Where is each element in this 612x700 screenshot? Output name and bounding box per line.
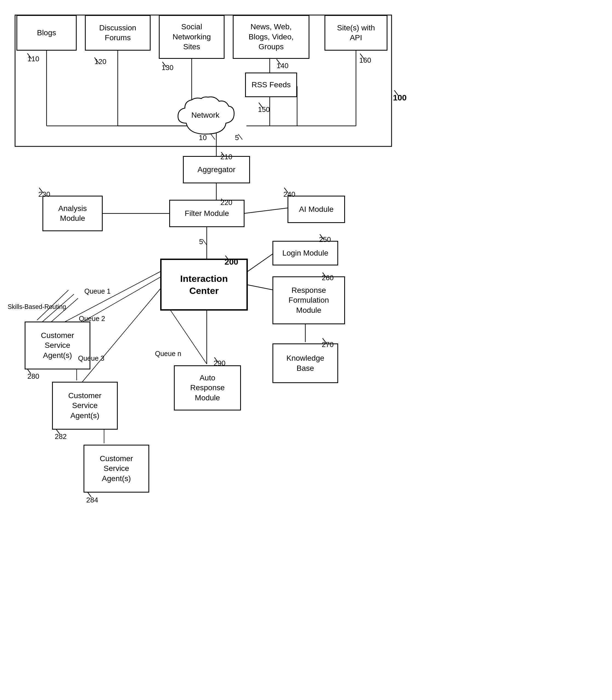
aggregator-box: Aggregator	[183, 156, 250, 183]
csa2-label: CustomerServiceAgent(s)	[68, 391, 101, 420]
label-queue3: Queue 3	[78, 354, 104, 362]
social-networking-box: SocialNetworkingSites	[159, 15, 224, 59]
svg-line-20	[247, 285, 274, 290]
label-290: 290	[213, 359, 225, 368]
network-label: Network	[191, 111, 220, 119]
csa3-label: CustomerServiceAgent(s)	[100, 454, 133, 484]
news-web-box: News, Web,Blogs, Video,Groups	[233, 15, 309, 59]
label-210: 210	[220, 153, 232, 161]
filter-module-label: Filter Module	[185, 209, 229, 218]
ai-module-label: AI Module	[299, 204, 334, 214]
label-5-network: 5	[235, 133, 239, 142]
login-module-box: Login Module	[273, 241, 338, 266]
svg-line-19	[247, 253, 274, 272]
interaction-center-label: InteractionCenter	[180, 273, 228, 297]
label-270: 270	[322, 340, 334, 349]
social-networking-label: SocialNetworkingSites	[172, 22, 211, 52]
login-module-label: Login Module	[282, 248, 328, 258]
label-140: 140	[277, 61, 288, 70]
label-240: 240	[283, 190, 295, 199]
auto-response-label: AutoResponseModule	[190, 373, 224, 403]
label-10-network: 10	[199, 133, 207, 142]
blogs-label: Blogs	[37, 28, 56, 38]
ai-module-box: AI Module	[288, 196, 345, 223]
sites-api-box: Site(s) withAPI	[324, 15, 388, 51]
label-220: 220	[220, 198, 232, 207]
label-queue2: Queue 2	[79, 315, 105, 323]
svg-line-23	[57, 271, 162, 326]
patent-diagram: Network Blogs DiscussionForums SocialNet…	[0, 0, 612, 700]
filter-module-box: Filter Module	[169, 200, 245, 227]
auto-response-box: AutoResponseModule	[174, 365, 241, 411]
aggregator-label: Aggregator	[197, 165, 236, 175]
discussion-forums-label: DiscussionForums	[99, 23, 136, 43]
network-cloud: Network	[172, 96, 238, 140]
label-110: 110	[27, 55, 39, 63]
discussion-forums-box: DiscussionForums	[85, 15, 151, 51]
knowledge-base-label: KnowledgeBase	[287, 353, 324, 373]
label-250: 250	[319, 235, 331, 244]
rss-feeds-box: RSS Feeds	[245, 72, 297, 97]
sites-api-label: Site(s) withAPI	[337, 23, 375, 43]
label-280: 280	[27, 372, 39, 381]
blogs-box: Blogs	[16, 15, 77, 51]
csa2-box: CustomerServiceAgent(s)	[52, 382, 118, 430]
label-queue1: Queue 1	[84, 287, 111, 295]
label-284: 284	[86, 496, 98, 504]
response-formulation-label: ResponseFormulationModule	[289, 285, 329, 315]
knowledge-base-box: KnowledgeBase	[273, 343, 338, 383]
label-queue-n: Queue n	[155, 350, 181, 358]
svg-line-18	[203, 240, 207, 245]
label-150: 150	[258, 105, 270, 114]
label-200: 200	[224, 257, 238, 267]
label-5-mid: 5	[199, 238, 203, 246]
label-282: 282	[55, 432, 67, 441]
csa3-box: CustomerServiceAgent(s)	[84, 445, 149, 492]
label-skills-routing: Skills-Based-Routing	[8, 303, 66, 311]
rss-feeds-label: RSS Feeds	[251, 80, 291, 90]
label-120: 120	[95, 57, 106, 66]
svg-line-16	[244, 208, 288, 213]
csa1-label: CustomerServiceAgent(s)	[41, 331, 74, 360]
label-230: 230	[38, 190, 50, 199]
response-formulation-box: ResponseFormulationModule	[273, 276, 345, 324]
label-160: 160	[359, 56, 371, 65]
label-100: 100	[393, 93, 407, 102]
analysis-module-box: AnalysisModule	[42, 196, 103, 231]
news-web-label: News, Web,Blogs, Video,Groups	[249, 22, 294, 52]
label-260: 260	[322, 274, 334, 282]
label-130: 130	[162, 63, 173, 72]
analysis-module-label: AnalysisModule	[58, 204, 87, 224]
